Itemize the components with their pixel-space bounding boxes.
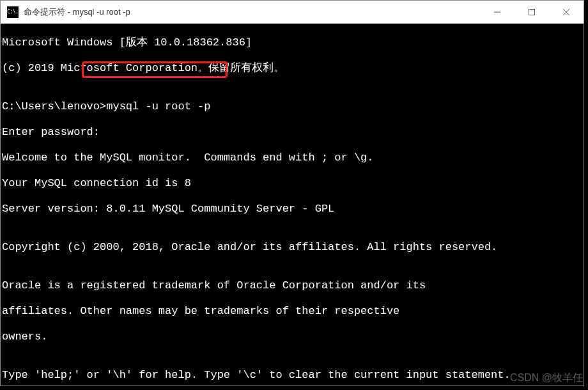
output-line: affiliates. Other names may be trademark… — [2, 305, 584, 318]
svg-rect-1 — [529, 9, 535, 15]
output-line: (c) 2019 Microsoft Corporation。保留所有权利。 — [2, 62, 584, 75]
output-line: Server version: 8.0.11 MySQL Community S… — [2, 203, 584, 215]
cmd-window: C:\. 命令提示符 - mysql -u root -p Microsoft … — [0, 0, 584, 386]
output-line: Oracle is a registered trademark of Orac… — [2, 279, 584, 292]
output-line: Your MySQL connection id is 8 — [2, 177, 584, 190]
output-line: Type 'help;' or '\h' for help. Type '\c'… — [2, 369, 584, 382]
window-controls — [480, 1, 584, 23]
prompt-prefix: C:\Users\lenovo> — [2, 100, 106, 113]
close-icon — [562, 8, 570, 16]
titlebar[interactable]: C:\. 命令提示符 - mysql -u root -p — [1, 1, 584, 24]
output-line: Enter password: — [2, 126, 584, 139]
output-line: Welcome to the MySQL monitor. Commands e… — [2, 152, 584, 164]
cmd-icon: C:\. — [7, 6, 19, 18]
minimize-icon — [493, 8, 501, 16]
terminal-area[interactable]: Microsoft Windows [版本 10.0.18362.836] (c… — [1, 24, 584, 386]
close-button[interactable] — [549, 1, 584, 23]
maximize-button[interactable] — [514, 1, 549, 23]
minimize-button[interactable] — [480, 1, 514, 23]
output-line: Microsoft Windows [版本 10.0.18362.836] — [2, 36, 584, 49]
prompt-command: mysql -u root -p — [106, 100, 210, 113]
output-line: Copyright (c) 2000, 2018, Oracle and/or … — [2, 241, 584, 254]
prompt-line: C:\Users\lenovo>mysql -u root -p — [2, 100, 584, 113]
maximize-icon — [528, 8, 536, 16]
window-title: 命令提示符 - mysql -u root -p — [24, 6, 480, 18]
output-line: owners. — [2, 331, 584, 343]
